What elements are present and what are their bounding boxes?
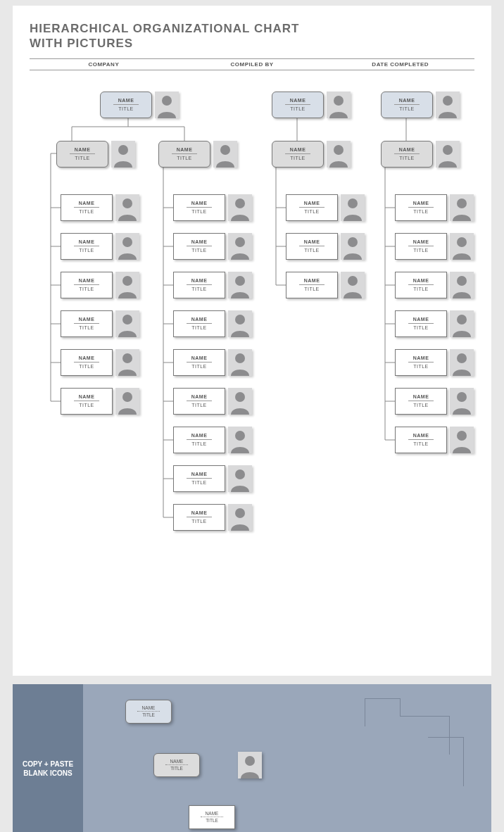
palette-connector-segment[interactable] (400, 698, 401, 716)
palette-node-blue[interactable]: NAME TITLE (125, 700, 172, 724)
svg-point-68 (245, 756, 255, 766)
org-node-white[interactable]: NAMETITLE (173, 504, 252, 531)
svg-point-67 (457, 431, 467, 441)
palette-node-gray[interactable]: NAME TITLE (153, 753, 200, 777)
org-node-avatar (228, 310, 252, 337)
org-node-box: NAMETITLE (173, 272, 225, 298)
person-icon (450, 194, 474, 221)
org-node-white[interactable]: NAMETITLE (286, 194, 365, 221)
org-node-gray[interactable]: NAMETITLE (56, 141, 135, 168)
org-node-white[interactable]: NAMETITLE (173, 349, 252, 376)
svg-point-46 (235, 237, 245, 247)
org-node-avatar (228, 194, 252, 221)
org-node-white[interactable]: NAMETITLE (61, 194, 139, 221)
person-icon (228, 465, 252, 492)
header-date-completed: DATE COMPLETED (326, 59, 474, 70)
org-node-avatar (228, 349, 252, 376)
palette-connector-segment[interactable] (449, 716, 450, 755)
org-node-white[interactable]: NAMETITLE (173, 233, 252, 260)
org-node-white[interactable]: NAMETITLE (173, 310, 252, 337)
org-node-white[interactable]: NAMETITLE (61, 388, 139, 415)
palette-connector-segment[interactable] (365, 698, 400, 699)
person-icon (450, 272, 474, 298)
org-node-white[interactable]: NAMETITLE (395, 272, 474, 298)
org-node-avatar (228, 272, 252, 298)
person-icon (327, 92, 351, 118)
person-icon (450, 349, 474, 376)
person-icon (155, 92, 179, 118)
org-node-white[interactable]: NAMETITLE (395, 233, 474, 260)
org-node-white[interactable]: NAMETITLE (173, 388, 252, 415)
org-node-white[interactable]: NAMETITLE (395, 349, 474, 376)
org-node-white[interactable]: NAMETITLE (173, 272, 252, 298)
palette-connector-segment[interactable] (463, 737, 464, 786)
org-node-white[interactable]: NAMETITLE (61, 310, 139, 337)
org-node-box: NAMETITLE (56, 141, 108, 168)
org-node-avatar (228, 388, 252, 415)
org-node-title: TITLE (191, 247, 207, 253)
org-node-avatar (450, 233, 474, 260)
org-node-avatar (228, 504, 252, 531)
org-node-white[interactable]: NAMETITLE (173, 427, 252, 453)
org-node-blue[interactable]: NAMETITLE (100, 92, 179, 118)
org-node-name: NAME (413, 200, 429, 206)
org-node-white[interactable]: NAMETITLE (286, 272, 365, 298)
metadata-header-row: COMPANY COMPILED BY DATE COMPLETED (30, 58, 474, 70)
org-node-name: NAME (191, 432, 208, 439)
org-node-avatar (450, 388, 474, 415)
org-node-gray[interactable]: NAMETITLE (272, 141, 351, 168)
palette-node-white[interactable]: NAME TITLE (189, 805, 235, 829)
org-node-box: NAMETITLE (61, 272, 113, 298)
person-icon (327, 141, 351, 168)
org-node-avatar (115, 349, 139, 376)
org-node-avatar (115, 194, 139, 221)
svg-point-60 (443, 145, 453, 155)
org-node-blue[interactable]: NAMETITLE (272, 92, 351, 118)
org-node-blue[interactable]: NAMETITLE (381, 92, 460, 118)
org-node-name: NAME (413, 239, 429, 245)
org-node-white[interactable]: NAMETITLE (61, 349, 139, 376)
palette-connector-segment[interactable] (428, 737, 463, 738)
header-company: COMPANY (30, 59, 178, 70)
person-icon (228, 388, 252, 415)
svg-point-66 (457, 392, 467, 402)
org-node-white[interactable]: NAMETITLE (395, 310, 474, 337)
org-node-box: NAMETITLE (381, 92, 433, 118)
svg-point-61 (457, 198, 467, 208)
palette-connector-segment[interactable] (365, 698, 365, 726)
org-node-white[interactable]: NAMETITLE (395, 388, 474, 415)
org-node-title: TITLE (304, 286, 320, 292)
org-node-title: TITLE (191, 441, 207, 447)
org-node-avatar (115, 272, 139, 298)
svg-point-41 (122, 276, 132, 286)
org-node-box: NAMETITLE (61, 388, 113, 415)
org-node-box: NAMETITLE (395, 272, 447, 298)
org-node-avatar (111, 141, 135, 168)
org-node-white[interactable]: NAMETITLE (173, 465, 252, 492)
org-node-gray[interactable]: NAMETITLE (158, 141, 237, 168)
palette-node-name: NAME (170, 759, 184, 764)
org-node-white[interactable]: NAMETITLE (395, 194, 474, 221)
org-node-white[interactable]: NAMETITLE (61, 272, 139, 298)
org-node-avatar (115, 310, 139, 337)
org-node-box: NAMETITLE (272, 92, 324, 118)
org-node-avatar (450, 427, 474, 453)
palette-connector-segment[interactable] (400, 716, 449, 717)
org-node-name: NAME (75, 146, 91, 153)
palette-avatar[interactable] (238, 752, 262, 779)
person-icon (341, 194, 365, 221)
org-node-white[interactable]: NAMETITLE (173, 194, 252, 221)
person-icon (213, 141, 237, 168)
org-node-white[interactable]: NAMETITLE (61, 233, 139, 260)
header-compiled-by: COMPILED BY (178, 59, 327, 70)
org-node-avatar (228, 233, 252, 260)
org-node-name: NAME (191, 316, 208, 322)
org-node-white[interactable]: NAMETITLE (395, 427, 474, 453)
org-node-avatar (228, 465, 252, 492)
org-node-gray[interactable]: NAMETITLE (381, 141, 460, 168)
org-node-white[interactable]: NAMETITLE (286, 233, 365, 260)
org-node-name: NAME (191, 510, 208, 516)
org-node-box: NAMETITLE (395, 349, 447, 376)
person-icon (228, 349, 252, 376)
org-node-name: NAME (290, 97, 306, 103)
